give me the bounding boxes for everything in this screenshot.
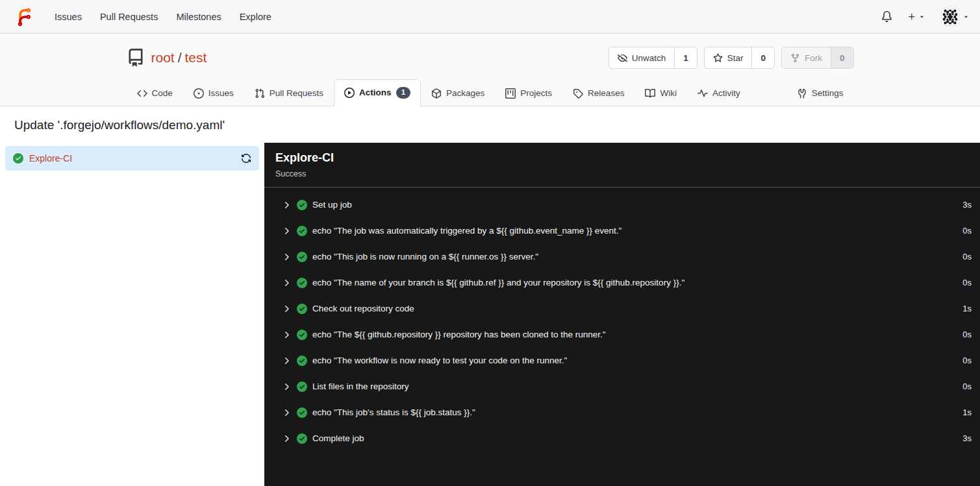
job-item-explore-ci[interactable]: Explore-CI bbox=[5, 146, 259, 171]
fork-button-group: Fork 0 bbox=[781, 47, 854, 69]
repo-owner-link[interactable]: root bbox=[151, 50, 175, 66]
fork-button: Fork bbox=[782, 47, 831, 68]
repo-separator: / bbox=[178, 50, 182, 66]
notifications-button[interactable] bbox=[881, 11, 892, 22]
step-row[interactable]: Complete job 3s bbox=[264, 426, 980, 452]
step-name: echo "The name of your branch is ${{ git… bbox=[312, 278, 685, 287]
tab-label: Pull Requests bbox=[270, 88, 323, 98]
repo-tabs: Code Issues Pull Requests Actions 1 Pack… bbox=[127, 79, 854, 106]
chevron-right-icon bbox=[281, 407, 292, 418]
job-success-icon bbox=[13, 153, 23, 164]
user-menu-button[interactable] bbox=[941, 8, 970, 26]
repo-name-link[interactable]: test bbox=[185, 50, 207, 66]
step-name: echo "This job's status is ${{ job.statu… bbox=[312, 407, 475, 417]
plus-icon: + bbox=[908, 11, 915, 23]
nav-explore[interactable]: Explore bbox=[231, 6, 281, 27]
tab-label: Releases bbox=[588, 88, 624, 98]
watch-button-group: Unwatch 1 bbox=[609, 47, 697, 69]
tab-projects[interactable]: Projects bbox=[495, 80, 562, 106]
forgejo-logo[interactable] bbox=[14, 7, 34, 27]
chevron-right-icon bbox=[281, 200, 292, 210]
step-row[interactable]: echo "This job is now running on a ${{ r… bbox=[264, 244, 980, 270]
user-avatar bbox=[941, 8, 959, 26]
step-duration: 3s bbox=[955, 200, 972, 210]
tab-label: Settings bbox=[812, 88, 844, 98]
tab-label: Code bbox=[152, 88, 173, 98]
watch-count[interactable]: 1 bbox=[674, 47, 697, 68]
chevron-right-icon bbox=[281, 252, 292, 262]
create-new-button[interactable]: + bbox=[908, 11, 925, 23]
job-name: Explore-CI bbox=[29, 153, 72, 164]
caret-down-icon bbox=[918, 13, 925, 20]
step-row[interactable]: Set up job 3s bbox=[264, 192, 980, 218]
project-board-icon bbox=[505, 88, 516, 99]
step-row[interactable]: echo "The job was automatically triggere… bbox=[264, 218, 980, 244]
code-icon bbox=[137, 88, 147, 99]
star-count[interactable]: 0 bbox=[751, 47, 774, 68]
step-row[interactable]: Check out repository code 1s bbox=[264, 296, 980, 322]
step-duration: 3s bbox=[955, 433, 972, 443]
tab-packages[interactable]: Packages bbox=[421, 80, 495, 106]
chevron-right-icon bbox=[281, 433, 292, 444]
tab-activity[interactable]: Activity bbox=[687, 80, 751, 106]
chevron-right-icon bbox=[281, 330, 292, 340]
step-duration: 0s bbox=[955, 278, 972, 287]
repo-header: root / test Unwatch 1 Star 0 bbox=[0, 34, 980, 106]
tab-code[interactable]: Code bbox=[127, 80, 183, 106]
tab-actions[interactable]: Actions 1 bbox=[334, 79, 421, 106]
tab-releases[interactable]: Releases bbox=[562, 80, 634, 106]
job-log-header: Explore-CI Success bbox=[264, 143, 980, 188]
tab-label: Packages bbox=[446, 88, 484, 98]
tab-settings[interactable]: Settings bbox=[786, 80, 854, 106]
play-circle-icon bbox=[344, 88, 355, 98]
star-button[interactable]: Star bbox=[705, 47, 752, 68]
forgejo-logo-icon bbox=[14, 7, 34, 27]
nav-pull-requests[interactable]: Pull Requests bbox=[91, 6, 167, 27]
pulse-icon bbox=[697, 88, 708, 99]
tab-wiki[interactable]: Wiki bbox=[634, 80, 687, 106]
step-list: Set up job 3s echo "The job was automati… bbox=[264, 188, 980, 456]
git-pull-request-icon bbox=[255, 88, 265, 99]
fork-label: Fork bbox=[805, 53, 822, 63]
step-row[interactable]: echo "The workflow is now ready to test … bbox=[264, 348, 980, 374]
top-navbar: Issues Pull Requests Milestones Explore … bbox=[0, 0, 980, 34]
step-name: Set up job bbox=[312, 200, 352, 210]
step-duration: 0s bbox=[955, 226, 972, 236]
rerun-job-button[interactable] bbox=[241, 153, 251, 164]
tab-pull-requests[interactable]: Pull Requests bbox=[244, 80, 334, 106]
tag-icon bbox=[573, 88, 583, 99]
repo-breadcrumb: root / test bbox=[151, 50, 207, 66]
unwatch-button[interactable]: Unwatch bbox=[609, 47, 675, 68]
nav-issues[interactable]: Issues bbox=[45, 6, 91, 27]
navbar-links: Issues Pull Requests Milestones Explore bbox=[45, 6, 281, 27]
step-row[interactable]: echo "The ${{ github.repository }} repos… bbox=[264, 322, 980, 348]
step-row[interactable]: echo "This job's status is ${{ job.statu… bbox=[264, 400, 980, 426]
step-row[interactable]: List files in the repository 0s bbox=[264, 374, 980, 400]
tab-label: Projects bbox=[520, 88, 552, 98]
job-list-sidebar: Explore-CI bbox=[0, 143, 264, 486]
workflow-run-area: Explore-CI Explore-CI Success Set up job… bbox=[0, 143, 980, 486]
chevron-right-icon bbox=[281, 382, 292, 392]
check-circle-icon bbox=[297, 226, 307, 236]
eye-slash-icon bbox=[618, 53, 627, 63]
step-row[interactable]: echo "The name of your branch is ${{ git… bbox=[264, 270, 980, 296]
job-log-panel: Explore-CI Success Set up job 3s echo "T… bbox=[264, 143, 980, 486]
tab-label: Activity bbox=[712, 88, 740, 98]
nav-milestones[interactable]: Milestones bbox=[167, 6, 230, 27]
check-circle-icon bbox=[297, 278, 307, 288]
repo-action-buttons: Unwatch 1 Star 0 Fork 0 bbox=[609, 47, 854, 69]
step-name: Check out repository code bbox=[312, 304, 414, 313]
step-duration: 0s bbox=[955, 382, 972, 391]
chevron-right-icon bbox=[281, 356, 292, 366]
step-duration: 0s bbox=[955, 252, 972, 261]
tab-issues[interactable]: Issues bbox=[183, 80, 244, 106]
check-circle-icon bbox=[297, 330, 307, 340]
step-name: echo "This job is now running on a ${{ r… bbox=[312, 252, 538, 261]
fork-icon bbox=[790, 53, 800, 63]
tools-icon bbox=[797, 88, 807, 99]
navbar-right: + bbox=[881, 8, 970, 26]
issue-opened-icon bbox=[194, 88, 204, 99]
check-circle-icon bbox=[297, 433, 307, 444]
step-duration: 1s bbox=[955, 304, 972, 313]
tab-label: Issues bbox=[208, 88, 234, 98]
